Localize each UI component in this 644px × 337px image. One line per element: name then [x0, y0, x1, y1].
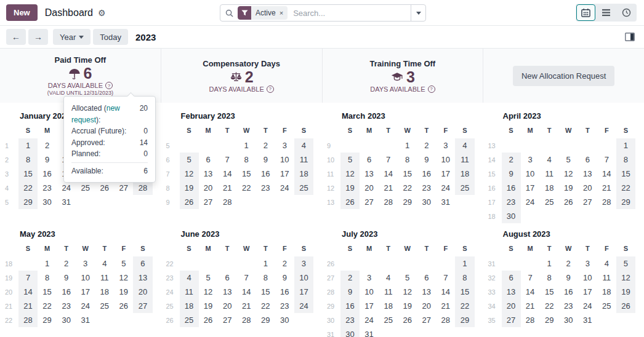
calendar-day[interactable]: 31 [436, 195, 455, 209]
calendar-day[interactable] [237, 195, 256, 209]
calendar-day[interactable]: 22 [455, 299, 474, 313]
calendar-day[interactable] [340, 138, 360, 153]
calendar-day[interactable]: 4 [95, 256, 114, 271]
calendar-day[interactable]: 3 [294, 256, 313, 271]
calendar-day[interactable]: 8 [398, 153, 417, 167]
calendar-day[interactable]: 16 [559, 285, 578, 299]
calendar-day[interactable]: 15 [455, 285, 474, 299]
calendar-day[interactable] [417, 256, 436, 271]
calendar-day[interactable] [18, 256, 38, 271]
calendar-day[interactable]: 14 [379, 167, 398, 181]
calendar-day[interactable]: 18 [180, 299, 199, 313]
calendar-day[interactable]: 19 [616, 285, 635, 299]
calendar-day[interactable]: 22 [256, 299, 275, 313]
calendar-day[interactable]: 18 [597, 285, 616, 299]
calendar-day[interactable]: 16 [38, 167, 57, 181]
search-dropdown-toggle[interactable] [411, 5, 425, 21]
calendar-day[interactable]: 3 [275, 138, 294, 153]
calendar-day[interactable]: 4 [294, 138, 313, 153]
scale-dropdown[interactable]: Year [53, 29, 91, 45]
calendar-day[interactable]: 7 [379, 153, 398, 167]
calendar-day[interactable]: 30 [57, 313, 76, 327]
calendar-day[interactable]: 11 [455, 153, 474, 167]
calendar-day[interactable]: 16 [417, 167, 436, 181]
calendar-day[interactable]: 1 [455, 256, 474, 271]
calendar-day[interactable]: 2 [502, 153, 521, 167]
calendar-day[interactable]: 17 [294, 285, 313, 299]
search-bar[interactable]: Active × Search... [220, 4, 426, 22]
calendar-day[interactable]: 19 [114, 285, 133, 299]
calendar-view-button[interactable] [576, 4, 595, 21]
calendar-day[interactable] [133, 195, 152, 209]
calendar-day[interactable]: 7 [237, 271, 256, 285]
calendar-day[interactable]: 27 [199, 195, 218, 209]
calendar-day[interactable]: 4 [540, 153, 559, 167]
calendar-day[interactable]: 29 [38, 313, 57, 327]
calendar-day[interactable]: 9 [275, 271, 294, 285]
calendar-day[interactable]: 23 [559, 299, 578, 313]
calendar-day[interactable]: 14 [218, 167, 237, 181]
calendar-day[interactable]: 29 [616, 195, 635, 209]
calendar-day[interactable]: 7 [436, 271, 455, 285]
calendar-day[interactable]: 11 [95, 271, 114, 285]
calendar-day[interactable]: 27 [502, 313, 521, 327]
calendar-day[interactable]: 25 [540, 195, 559, 209]
calendar-day[interactable] [180, 256, 199, 271]
calendar-day[interactable]: 7 [218, 153, 237, 167]
calendar-day[interactable]: 26 [559, 195, 578, 209]
calendar-day[interactable]: 11 [540, 167, 559, 181]
calendar-day[interactable]: 9 [256, 153, 275, 167]
calendar-day[interactable]: 12 [199, 285, 218, 299]
search-input[interactable]: Search... [293, 9, 411, 18]
calendar-day[interactable]: 28 [133, 181, 152, 195]
calendar-day[interactable]: 29 [455, 313, 474, 327]
calendar-day[interactable]: 11 [180, 285, 199, 299]
calendar-day[interactable]: 9 [57, 271, 76, 285]
today-button[interactable]: Today [93, 29, 128, 45]
activity-view-button[interactable] [617, 4, 636, 21]
calendar-day[interactable]: 23 [38, 181, 57, 195]
calendar-day[interactable]: 12 [616, 271, 635, 285]
next-button[interactable]: → [28, 29, 48, 45]
calendar-day[interactable]: 20 [133, 285, 152, 299]
filter-facet[interactable]: Active × [238, 6, 288, 20]
calendar-day[interactable]: 9 [559, 271, 578, 285]
calendar-day[interactable]: 3 [76, 256, 95, 271]
calendar-day[interactable]: 13 [199, 167, 218, 181]
calendar-day[interactable]: 28 [521, 313, 540, 327]
help-icon[interactable]: ? [428, 85, 435, 93]
calendar-day[interactable] [114, 195, 133, 209]
calendar-day[interactable]: 25 [455, 181, 474, 195]
help-icon[interactable]: ? [105, 82, 113, 89]
calendar-day[interactable]: 9 [417, 153, 436, 167]
calendar-day[interactable]: 20 [360, 181, 379, 195]
calendar-day[interactable]: 22 [540, 299, 559, 313]
list-view-button[interactable] [597, 4, 616, 21]
calendar-day[interactable]: 27 [417, 313, 436, 327]
gear-icon[interactable]: ⚙ [98, 8, 106, 18]
calendar-day[interactable]: 14 [597, 167, 616, 181]
calendar-day[interactable]: 19 [199, 299, 218, 313]
calendar-day[interactable]: 14 [521, 285, 540, 299]
calendar-day[interactable] [597, 138, 616, 153]
calendar-day[interactable]: 30 [502, 209, 521, 223]
calendar-day[interactable]: 26 [616, 299, 635, 313]
calendar-day[interactable]: 28 [379, 195, 398, 209]
calendar-day[interactable]: 31 [360, 327, 379, 337]
calendar-day[interactable] [237, 256, 256, 271]
calendar-day[interactable]: 11 [379, 285, 398, 299]
calendar-day[interactable]: 6 [502, 271, 521, 285]
calendar-day[interactable]: 16 [340, 299, 360, 313]
calendar-day[interactable] [436, 256, 455, 271]
calendar-day[interactable]: 19 [398, 299, 417, 313]
calendar-day[interactable]: 20 [502, 299, 521, 313]
calendar-day[interactable] [199, 256, 218, 271]
calendar-day[interactable]: 7 [521, 271, 540, 285]
calendar-day[interactable]: 6 [218, 271, 237, 285]
calendar-day[interactable]: 25 [379, 313, 398, 327]
calendar-day[interactable]: 1 [540, 256, 559, 271]
calendar-day[interactable]: 24 [275, 181, 294, 195]
calendar-day[interactable]: 18 [540, 181, 559, 195]
calendar-day[interactable] [114, 313, 133, 327]
calendar-day[interactable]: 28 [18, 313, 38, 327]
